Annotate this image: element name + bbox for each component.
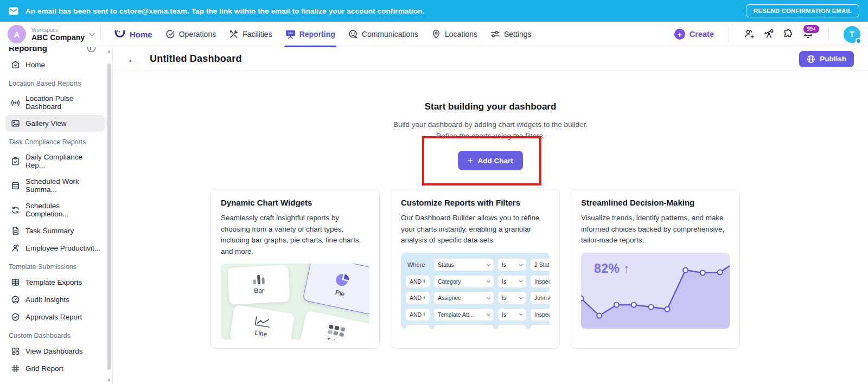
- sidebar-item-label: Template Exports: [25, 278, 82, 286]
- nav-label-reporting: Reporting: [299, 30, 335, 39]
- notification-badge: 99+: [802, 24, 820, 34]
- empty-state-subtitle-1: Build your dashboard by adding chart wid…: [113, 119, 868, 130]
- publish-button[interactable]: Publish: [799, 51, 854, 67]
- grid-hash-icon: [11, 364, 20, 373]
- mail-icon: [9, 7, 18, 15]
- pie-chart-icon: [335, 271, 352, 288]
- scrollbar-down-arrow[interactable]: ▼: [107, 378, 111, 383]
- clipboard-check-icon: [11, 157, 20, 166]
- sliders-icon: [490, 29, 500, 39]
- sidebar-item-label: Gallery View: [25, 119, 67, 127]
- sidebar-item-label: Approvals Report: [25, 313, 82, 321]
- sidebar-item-template-exports[interactable]: Template Exports: [5, 274, 105, 291]
- notifications-button[interactable]: 99+: [802, 29, 814, 40]
- sidebar-item-label: Scheduled Work Summa...: [25, 177, 101, 194]
- filter-value: Inspect: [530, 275, 550, 288]
- back-button[interactable]: ←: [127, 54, 138, 65]
- filter-field-select: Status: [433, 258, 494, 271]
- globe-icon: [807, 55, 815, 63]
- card-streamlined-decision-making: Streamlined Decision-Making Visualize tr…: [571, 189, 740, 349]
- nav-item-reporting[interactable]: Reporting: [279, 22, 342, 47]
- sidebar-section-location-based-reports: Location Based Reports: [0, 74, 112, 90]
- check-circle-icon: [165, 29, 175, 39]
- sidebar-item-label: Employee Productivit...: [25, 244, 100, 252]
- discover-button[interactable]: [763, 29, 775, 40]
- divider: [100, 27, 101, 41]
- nav-item-locations[interactable]: Locations: [425, 22, 484, 47]
- sidebar-item-scheduled-work-summary[interactable]: Scheduled Work Summa...: [5, 174, 105, 197]
- sidebar-item-approvals-report[interactable]: Approvals Report: [5, 309, 105, 325]
- workspace-avatar: A: [8, 25, 26, 43]
- sidebar-item-label: Grid Report: [25, 364, 63, 373]
- gauge-icon: [11, 295, 20, 304]
- sidebar-item-location-pulse-dashboard[interactable]: Location Pulse Dashboard: [5, 91, 105, 114]
- add-chart-button[interactable]: + Add Chart: [458, 151, 523, 170]
- line-chart-icon: [254, 316, 272, 328]
- table-icon: [11, 278, 20, 287]
- sidebar-item-schedules-completion[interactable]: Schedules Completion...: [5, 198, 105, 222]
- create-button[interactable]: + Create: [674, 29, 714, 40]
- pie-chart-tile: Pie: [302, 264, 369, 315]
- nav-item-operations[interactable]: Operations: [159, 22, 222, 47]
- filter-condition-select: Is: [497, 258, 527, 271]
- collapse-panel-icon[interactable]: [87, 47, 96, 53]
- sidebar-item-audit-insights[interactable]: Audit Insights: [5, 291, 105, 308]
- sidebar-item-gallery-view[interactable]: Gallery View: [5, 115, 105, 132]
- table-icon: [328, 324, 346, 337]
- scrollbar-up-arrow[interactable]: ▲: [107, 49, 111, 54]
- presentation-icon: [285, 29, 296, 39]
- nav-label-settings: Settings: [504, 30, 532, 39]
- sidebar-item-task-summary[interactable]: Task Summary: [5, 222, 105, 239]
- chart-types-illustration: Bar Pie Line: [221, 264, 369, 340]
- tile-label: Bar: [254, 287, 264, 295]
- banner-message: An email has been sent to cstore@xenia.t…: [25, 7, 424, 15]
- sidebar-item-home[interactable]: Home: [5, 56, 105, 73]
- page-title: Untitled Dashboard: [150, 53, 242, 65]
- divider: [729, 27, 729, 41]
- publish-label: Publish: [820, 55, 846, 63]
- nav-label-home: Home: [130, 30, 152, 39]
- invite-user-button[interactable]: [744, 29, 755, 40]
- confirmation-banner: An email has been sent to cstore@xenia.t…: [0, 0, 868, 22]
- sidebar-item-daily-compliance-report[interactable]: Daily Compliance Rep...: [5, 149, 105, 173]
- user-avatar[interactable]: T: [844, 26, 860, 43]
- filters-illustration: Where Status Is 2 Status AND▲▼ Category …: [401, 253, 550, 329]
- filter-grid: Where Status Is 2 Status AND▲▼ Category …: [401, 253, 550, 329]
- reporting-sidebar: Reporting Home Location Based Reports Lo…: [0, 47, 113, 384]
- nav-item-communications[interactable]: Communications: [342, 22, 425, 47]
- tools-icon: [229, 29, 239, 39]
- sidebar-section-template-submissions: Template Submissions: [0, 257, 112, 273]
- sidebar-item-employee-productivity[interactable]: Employee Productivit...: [5, 240, 105, 257]
- empty-state: Start building your dashboard Build your…: [113, 101, 868, 170]
- nav-label-facilities: Facilities: [242, 30, 272, 39]
- filter-field-select: Category: [433, 275, 494, 288]
- empty-state-subtitle-2: Refine the charts using the filters.: [113, 130, 868, 142]
- line-chart-tile: Line: [229, 305, 295, 340]
- create-label: Create: [690, 30, 714, 39]
- navbar-actions: + Create 99+ T: [674, 26, 860, 43]
- sidebar-item-grid-report[interactable]: Grid Report: [5, 360, 105, 377]
- person-icon: [11, 244, 20, 253]
- tile-label: Table: [326, 336, 342, 340]
- card-description: Visualize trends, identify patterns, and…: [581, 213, 730, 246]
- card-dynamic-chart-widgets: Dynamic Chart Widgets Seamlessly craft i…: [210, 189, 380, 349]
- nav-item-facilities[interactable]: Facilities: [222, 22, 278, 47]
- card-title: Streamlined Decision-Making: [581, 198, 730, 207]
- sidebar-item-view-dashboards[interactable]: View Dashboards: [5, 343, 105, 360]
- nav-label-communications: Communications: [362, 30, 418, 39]
- nav-label-locations: Locations: [445, 30, 477, 39]
- scrollbar-thumb[interactable]: [107, 63, 111, 370]
- filter-value: High: [530, 324, 550, 329]
- nav-item-settings[interactable]: Settings: [484, 22, 538, 47]
- card-title: Dynamic Chart Widgets: [221, 198, 369, 207]
- sidebar-section-report-automation: Report Automation: [0, 377, 112, 384]
- telescope-icon: [763, 29, 775, 40]
- filter-op-select: AND▲▼: [405, 324, 430, 329]
- table-tile: Table: [299, 310, 369, 340]
- resend-confirmation-button[interactable]: RESEND CONFIRMATION EMAIL: [746, 4, 859, 17]
- integrations-button[interactable]: [783, 29, 794, 40]
- nav-item-home[interactable]: Home: [107, 22, 159, 47]
- check-circle-icon: [11, 312, 20, 322]
- dashboard-grid-icon: [11, 347, 20, 356]
- workspace-switcher[interactable]: A Workspace ABC Company: [8, 25, 94, 43]
